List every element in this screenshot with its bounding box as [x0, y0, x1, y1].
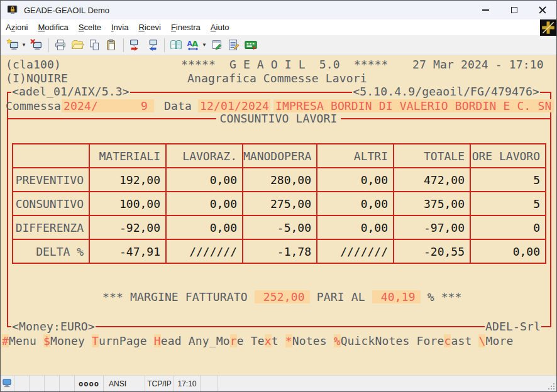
print-icon[interactable]: [52, 36, 69, 53]
cell: 280,00: [243, 168, 317, 192]
new-session-icon[interactable]: [4, 36, 21, 53]
menu-scelte[interactable]: Scelte: [74, 19, 106, 35]
status-cell-empty: [201, 376, 218, 391]
margin-middle: PARI AL: [317, 290, 365, 303]
close-icon: [539, 6, 546, 14]
cell: 5: [470, 192, 546, 215]
app-lock-monitor-icon[interactable]: [7, 4, 18, 16]
table-row: CONSUNTIVO 100,00 0,00 275,00 0,00 375,0…: [13, 192, 546, 215]
connection-status-cell: [1, 376, 14, 391]
title-bar: GEADE-GEAOIL Demo: [1, 1, 556, 19]
table-row: DIFFERENZA -92,00 0,00 -5,00 0,00 -97,00…: [13, 215, 546, 239]
table-row: PREVENTIVO 192,00 0,00 280,00 0,00 472,0…: [13, 168, 546, 192]
row-label: DELTA %: [13, 239, 89, 263]
margin-prefix: *** MARGINE FATTURATO: [102, 290, 248, 303]
terminal-screen: (cla100) ***** G E A O I L 5.0 ***** 27 …: [1, 55, 556, 375]
program-code: (cla100): [6, 58, 61, 71]
toolbar-separator: [48, 38, 49, 52]
margin-value-field: 252,00: [255, 290, 310, 303]
session-log-icon[interactable]: [168, 36, 185, 53]
cell: 0,00: [317, 192, 394, 215]
cell: 0,00: [317, 215, 394, 239]
margin-suffix: % ***: [427, 290, 462, 303]
mode-indicator: (I)NQUIRE: [6, 72, 68, 85]
toolbar-separator: [164, 38, 165, 52]
send-file-icon[interactable]: [127, 36, 144, 53]
row-label: DIFFERENZA: [13, 215, 89, 239]
session-signature: ADEL-Srl: [485, 320, 541, 333]
gold-cross-badge-icon: [540, 19, 556, 35]
copy-icon[interactable]: [86, 36, 103, 53]
function-key-row: #Menu $Money TurnPage Head Any_More Text…: [2, 334, 513, 347]
toolbar-separator: [123, 38, 124, 52]
properties-icon[interactable]: [226, 36, 243, 53]
connected-computer-icon: [2, 378, 13, 389]
session-host: <adel_01/AIX/5.3>: [11, 85, 130, 98]
status-cell-empty: [30, 376, 45, 391]
cell: 375,00: [394, 192, 470, 215]
menu-ricevi[interactable]: Ricevi: [133, 19, 165, 35]
section-title-row: CONSUNTIVO LAVORI: [1, 112, 556, 125]
keyboard-remap-icon[interactable]: [243, 36, 260, 53]
paste-icon[interactable]: [103, 36, 120, 53]
table-header-row: MATERIALI LAVORAZ. MANODOPERA ALTRI TOTA…: [13, 144, 546, 168]
fkey-more[interactable]: \More: [478, 334, 513, 347]
menu-invia[interactable]: Invia: [106, 19, 133, 35]
col-header: ORE LAVORO: [470, 144, 546, 168]
margin-line: *** MARGINE FATTURATO 252,00 PARI AL 40,…: [102, 290, 462, 303]
app-banner: ***** G E A O I L 5.0 *****: [181, 58, 389, 71]
status-cell-empty: [14, 376, 30, 391]
fkey-anymore[interactable]: Any_More: [189, 334, 244, 347]
window-title: GEADE-GEAOIL Demo: [24, 6, 109, 15]
new-session-dropdown-icon[interactable]: ▼: [21, 42, 26, 48]
cell: 0,00: [470, 239, 546, 263]
cell: -97,00: [394, 215, 470, 239]
maximize-button[interactable]: [500, 1, 528, 19]
col-header: [13, 144, 89, 168]
cell: 472,00: [394, 168, 470, 192]
col-header: MANODOPERA: [243, 144, 317, 168]
display-setup-icon[interactable]: [209, 36, 226, 53]
fkey-menu[interactable]: #Menu: [2, 334, 36, 347]
screen-datetime: 27 Mar 2024 - 17:10: [412, 58, 544, 71]
menu-aiuto[interactable]: Aiuto: [206, 19, 234, 35]
menu-modifica[interactable]: Modifica: [33, 19, 73, 35]
fkey-text[interactable]: Text: [251, 334, 278, 347]
menu-azioni[interactable]: Azioni: [1, 19, 33, 35]
status-cell-filler: [218, 376, 546, 391]
menu-finestra[interactable]: Finestra: [166, 19, 206, 35]
open-folder-icon[interactable]: [69, 36, 86, 53]
font-size-dropdown-icon[interactable]: ▼: [202, 42, 207, 48]
fkey-turnpage[interactable]: TurnPage: [92, 334, 147, 347]
fkey-notes[interactable]: *Notes: [285, 334, 327, 347]
receive-file-icon[interactable]: [144, 36, 161, 53]
cell: -1,78: [243, 239, 317, 263]
minimize-button[interactable]: [472, 1, 500, 19]
session-money: <Money:EURO>: [11, 320, 96, 333]
fkey-money[interactable]: $Money: [43, 334, 85, 347]
fkey-quicknotes[interactable]: %QuickNotes: [334, 334, 410, 347]
close-button[interactable]: [528, 1, 556, 19]
commessa-field[interactable]: 2024/ 9: [62, 99, 154, 112]
date-field[interactable]: 12/01/2024: [198, 99, 270, 112]
fkey-forecast[interactable]: Forecast: [417, 334, 472, 347]
col-header: ALTRI: [317, 144, 394, 168]
status-cell-empty: [45, 376, 60, 391]
resize-grip[interactable]: [546, 376, 556, 391]
cell: 5: [470, 168, 546, 192]
consuntivo-table: MATERIALI LAVORAZ. MANODOPERA ALTRI TOTA…: [12, 143, 546, 264]
row-label: PREVENTIVO: [13, 168, 89, 192]
row-label: CONSUNTIVO: [13, 192, 89, 215]
commessa-year: 2024/: [63, 99, 98, 112]
close-session-icon[interactable]: [28, 36, 45, 53]
customer-field[interactable]: IMPRESA BORDIN DI VALERIO BORDIN E C. SN: [273, 99, 554, 112]
cell: ///////: [166, 239, 243, 263]
minimize-icon: [482, 9, 489, 11]
font-size-icon[interactable]: AA: [185, 36, 202, 53]
cell: 0,00: [166, 215, 243, 239]
commessa-label: Commessa: [6, 99, 61, 112]
cell: -20,55: [394, 239, 470, 263]
cell: -47,91: [89, 239, 166, 263]
fkey-head[interactable]: Head: [154, 334, 182, 347]
cell: 100,00: [89, 192, 166, 215]
